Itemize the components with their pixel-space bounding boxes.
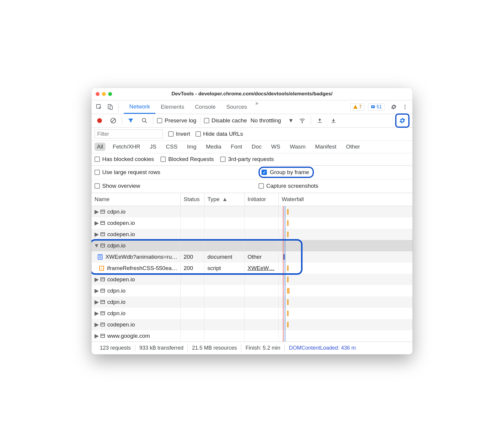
request-row[interactable]: ‹›iframeRefreshCSS-550ea…200scriptXWEeW… (92, 263, 412, 274)
tab-console[interactable]: Console (190, 100, 221, 114)
blocked-requests-option[interactable]: Blocked Requests (160, 156, 214, 162)
row-type (204, 274, 245, 285)
kebab-menu-icon[interactable] (400, 102, 410, 112)
disclosure-triangle-icon[interactable]: ▶ (94, 208, 99, 215)
blocked-requests-label: Blocked Requests (168, 156, 214, 162)
preserve-log-checkbox[interactable] (157, 118, 162, 123)
upload-har-icon[interactable] (315, 116, 325, 126)
minimize-window-button[interactable] (102, 92, 106, 96)
network-settings-highlight (395, 113, 410, 128)
type-chip-font[interactable]: Font (229, 143, 245, 151)
show-overview-option[interactable]: Show overview (94, 183, 252, 189)
type-chip-js[interactable]: JS (147, 143, 159, 151)
main-tabs-row: Network Elements Console Sources » 7 51 (92, 100, 412, 114)
blocked-requests-checkbox[interactable] (160, 157, 166, 162)
frame-group-row[interactable]: ▶codepen.io (92, 274, 412, 285)
type-chip-ws[interactable]: WS (269, 143, 283, 151)
filter-input[interactable] (94, 130, 163, 138)
frame-group-row[interactable]: ▼cdpn.io (92, 240, 412, 251)
hide-data-urls-option[interactable]: Hide data URLs (196, 131, 243, 137)
zoom-window-button[interactable] (108, 92, 112, 96)
type-chip-doc[interactable]: Doc (249, 143, 264, 151)
row-initiator[interactable]: XWEeW… (245, 263, 279, 274)
third-party-option[interactable]: 3rd-party requests (220, 156, 274, 162)
disclosure-triangle-icon[interactable]: ▶ (94, 321, 99, 328)
filter-icon[interactable] (126, 116, 136, 126)
disclosure-triangle-icon[interactable]: ▶ (94, 287, 99, 294)
tab-network[interactable]: Network (124, 100, 155, 114)
column-waterfall[interactable]: Waterfall (279, 193, 412, 206)
large-rows-checkbox[interactable] (94, 170, 100, 175)
frame-group-row[interactable]: ▶cdpn.io (92, 285, 412, 296)
divider (122, 117, 122, 124)
svg-rect-14 (318, 122, 322, 123)
frame-group-row[interactable]: ▶cdpn.io (92, 206, 412, 217)
network-settings-icon[interactable] (397, 116, 407, 126)
row-status (181, 285, 204, 296)
column-type[interactable]: Type ▲ (204, 193, 245, 206)
throttling-select[interactable]: No throttling ▼ (251, 117, 294, 124)
svg-point-7 (404, 106, 405, 107)
type-chip-css[interactable]: CSS (163, 143, 180, 151)
disclosure-triangle-icon[interactable]: ▶ (94, 220, 99, 226)
disable-cache-checkbox[interactable] (204, 118, 209, 123)
frame-group-row[interactable]: ▶codepen.io (92, 217, 412, 229)
tab-sources[interactable]: Sources (221, 100, 253, 114)
column-status[interactable]: Status (181, 193, 204, 206)
column-name[interactable]: Name (92, 193, 181, 206)
settings-icon[interactable] (389, 102, 399, 112)
type-chip-other[interactable]: Other (344, 143, 363, 151)
group-by-frame-checkbox[interactable]: ✓ (262, 170, 267, 175)
request-row[interactable]: XWEeWdb?animations=ru…200documentOther (92, 251, 412, 263)
frame-group-row[interactable]: ▶cdpn.io (92, 308, 412, 319)
disclosure-triangle-icon[interactable]: ▶ (94, 231, 99, 238)
invert-checkbox[interactable] (168, 131, 174, 137)
disclosure-triangle-icon[interactable]: ▼ (94, 242, 99, 249)
tab-elements[interactable]: Elements (155, 100, 190, 114)
type-chip-manifest[interactable]: Manifest (313, 143, 339, 151)
row-initiator (245, 229, 279, 240)
frame-group-row[interactable]: ▶cdpn.io (92, 296, 412, 308)
warnings-badge[interactable]: 7 (350, 103, 364, 110)
download-har-icon[interactable] (328, 116, 338, 126)
type-chip-media[interactable]: Media (204, 143, 224, 151)
messages-badge[interactable]: 51 (368, 103, 385, 110)
capture-screenshots-option[interactable]: Capture screenshots (259, 183, 412, 189)
type-chip-all[interactable]: All (94, 143, 105, 151)
preserve-log-option[interactable]: Preserve log (157, 117, 196, 124)
disclosure-triangle-icon[interactable]: ▶ (94, 299, 99, 305)
inspect-element-icon[interactable] (94, 102, 104, 112)
blocked-cookies-label: Has blocked cookies (102, 156, 154, 162)
large-rows-option[interactable]: Use large request rows (94, 169, 252, 176)
more-tabs-button[interactable]: » (252, 100, 261, 114)
column-initiator[interactable]: Initiator (245, 193, 279, 206)
disclosure-triangle-icon[interactable]: ▶ (94, 310, 99, 317)
type-chip-wasm[interactable]: Wasm (287, 143, 308, 151)
row-waterfall (279, 263, 412, 274)
frame-group-row[interactable]: ▶www.google.com (92, 330, 412, 342)
invert-option[interactable]: Invert (168, 131, 190, 137)
hide-data-urls-checkbox[interactable] (196, 131, 201, 137)
disclosure-triangle-icon[interactable]: ▶ (94, 276, 99, 283)
disable-cache-option[interactable]: Disable cache (204, 117, 247, 124)
row-status (181, 206, 204, 217)
record-button[interactable] (94, 116, 105, 126)
close-window-button[interactable] (96, 92, 100, 96)
type-chip-img[interactable]: Img (185, 143, 199, 151)
search-icon[interactable] (139, 116, 149, 126)
blocked-cookies-checkbox[interactable] (94, 157, 100, 162)
frame-group-row[interactable]: ▶codepen.io (92, 229, 412, 240)
device-toolbar-icon[interactable] (105, 102, 115, 112)
network-conditions-icon[interactable] (297, 116, 307, 126)
disclosure-triangle-icon[interactable]: ▶ (94, 332, 99, 339)
blocked-cookies-option[interactable]: Has blocked cookies (94, 156, 154, 162)
type-chip-fetchxhr[interactable]: Fetch/XHR (110, 143, 143, 151)
svg-rect-5 (372, 107, 373, 107)
row-status (181, 308, 204, 319)
row-type (204, 240, 245, 251)
capture-screenshots-checkbox[interactable] (259, 183, 264, 189)
third-party-checkbox[interactable] (220, 157, 226, 162)
frame-group-row[interactable]: ▶codepen.io (92, 319, 412, 330)
show-overview-checkbox[interactable] (94, 183, 100, 189)
clear-icon[interactable] (108, 116, 118, 126)
